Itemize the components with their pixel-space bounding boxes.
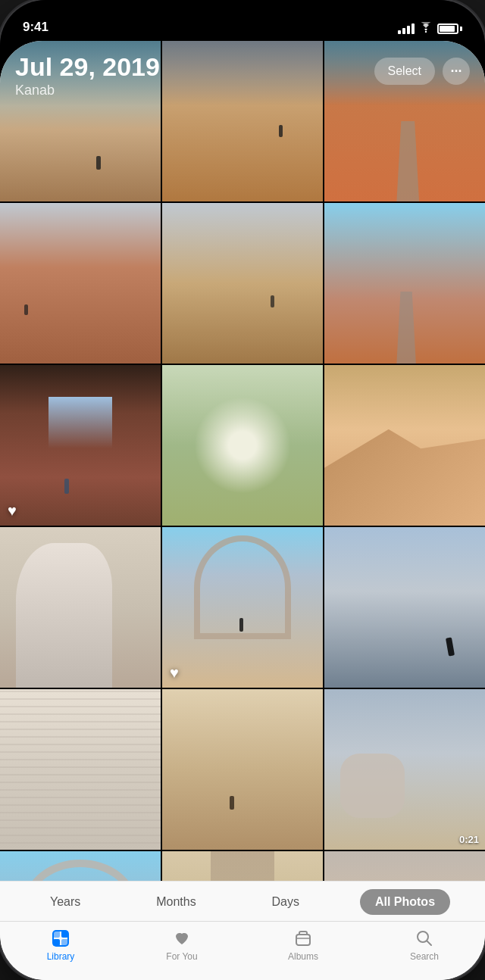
photo-cell-4[interactable] [0, 203, 161, 364]
status-icons [398, 22, 462, 35]
photo-cell-11[interactable]: ♥ [162, 527, 323, 688]
photo-cell-16[interactable] [0, 851, 161, 881]
svg-rect-3 [61, 931, 68, 938]
phone-frame: 9:41 [0, 0, 485, 980]
photo-content-4 [0, 203, 161, 364]
photo-cell-12[interactable] [324, 527, 485, 688]
photo-content-8 [162, 365, 323, 526]
photo-grid: ♥ ♥ 0:21 [0, 41, 485, 881]
svg-rect-4 [53, 939, 60, 946]
svg-rect-6 [296, 935, 310, 945]
tab-icon-albums [293, 928, 314, 949]
filter-tab-months[interactable]: Months [141, 889, 211, 915]
photo-content-17 [162, 851, 323, 881]
tab-library[interactable]: Library [0, 928, 121, 962]
photo-cell-8[interactable] [162, 365, 323, 526]
tab-icon-library [50, 928, 71, 949]
photo-content-14 [162, 689, 323, 850]
more-button[interactable]: ··· [443, 58, 470, 85]
status-time: 9:41 [23, 20, 48, 35]
header-date: Jul 29, 2019 [15, 53, 374, 81]
wifi-icon [419, 22, 433, 35]
photo-content-13 [0, 689, 161, 850]
photo-content-6 [324, 203, 485, 364]
photo-content-12 [324, 527, 485, 688]
svg-rect-2 [53, 931, 60, 938]
tab-albums[interactable]: Albums [242, 928, 364, 962]
photo-cell-7[interactable]: ♥ [0, 365, 161, 526]
header-location: Kanab [15, 83, 374, 98]
photo-cell-14[interactable] [162, 689, 323, 850]
tab-label-albums: Albums [288, 951, 318, 962]
photo-cell-6[interactable] [324, 203, 485, 364]
select-button[interactable]: Select [374, 58, 435, 85]
tab-icon-search [414, 928, 435, 949]
svg-point-0 [425, 31, 427, 33]
photo-content-7 [0, 365, 161, 526]
filter-tabs: YearsMonthsDaysAll Photos [0, 881, 485, 921]
header-row: Jul 29, 2019 Kanab Select ··· [15, 53, 470, 98]
photo-cell-17[interactable] [162, 851, 323, 881]
phone-screen: 9:41 [0, 0, 485, 980]
photo-cell-10[interactable] [0, 527, 161, 688]
photo-cell-13[interactable] [0, 689, 161, 850]
svg-rect-5 [61, 939, 68, 946]
tab-label-for-you: For You [166, 951, 197, 962]
photo-duration-15: 0:21 [459, 834, 479, 845]
header-actions: Select ··· [374, 58, 470, 85]
photo-cell-5[interactable] [162, 203, 323, 364]
status-bar: 9:41 [0, 0, 485, 41]
tab-search[interactable]: Search [364, 928, 485, 962]
tab-for-you[interactable]: For You [121, 928, 242, 962]
tab-icon-for-you [171, 928, 192, 949]
photo-grid-wrapper[interactable]: Jul 29, 2019 Kanab Select ··· [0, 41, 485, 881]
filter-tab-all-photos[interactable]: All Photos [360, 889, 450, 915]
tab-bar: Library For You Albums Search [0, 921, 485, 980]
photo-heart-7: ♥ [8, 502, 17, 520]
photo-content-18 [324, 851, 485, 881]
tab-label-library: Library [47, 951, 75, 962]
photo-content-9 [324, 365, 485, 526]
photo-content-10 [0, 527, 161, 688]
photo-cell-18[interactable] [324, 851, 485, 881]
app-content: Jul 29, 2019 Kanab Select ··· [0, 41, 485, 980]
photo-content-16 [0, 851, 161, 881]
photo-content-15 [324, 689, 485, 850]
photo-cell-15[interactable]: 0:21 [324, 689, 485, 850]
photo-header: Jul 29, 2019 Kanab Select ··· [0, 41, 485, 106]
signal-bars-icon [398, 23, 415, 34]
photo-heart-11: ♥ [170, 664, 179, 682]
battery-icon [437, 23, 462, 34]
tab-label-search: Search [410, 951, 439, 962]
photo-content-5 [162, 203, 323, 364]
header-date-location: Jul 29, 2019 Kanab [15, 53, 374, 98]
filter-tab-years[interactable]: Years [35, 889, 95, 915]
filter-tab-days[interactable]: Days [257, 889, 314, 915]
photo-cell-9[interactable] [324, 365, 485, 526]
photo-content-11 [162, 527, 323, 688]
